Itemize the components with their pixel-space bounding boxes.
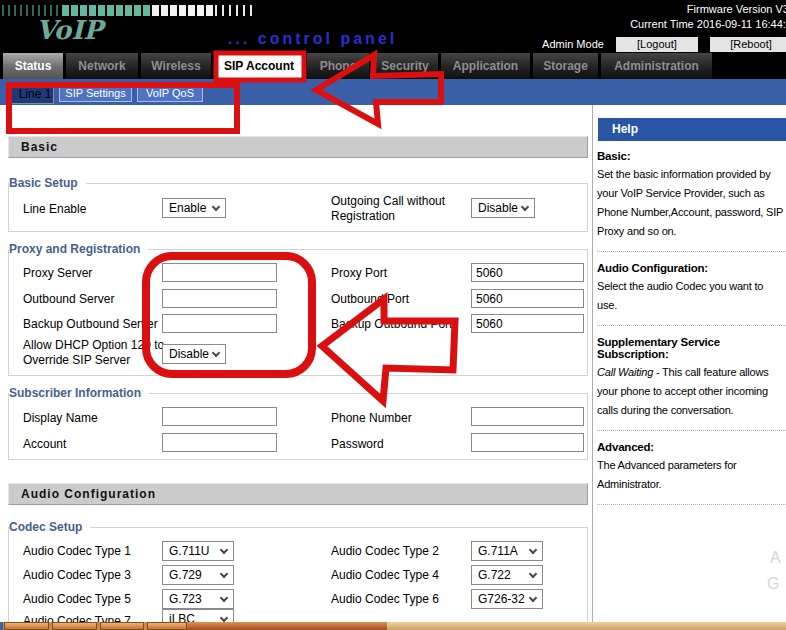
dropdown-arrow-icon xyxy=(212,349,220,357)
proxy-registration-legend: Proxy and Registration xyxy=(9,242,148,256)
subtab-voip-qos[interactable]: VoIP QoS xyxy=(137,84,203,102)
tab-sip-account[interactable]: SIP Account xyxy=(214,53,304,79)
subscriber-information-group: Subscriber Information Display Name Phon… xyxy=(8,393,588,460)
tab-administration[interactable]: Administration xyxy=(601,53,712,79)
backup-outbound-port-input[interactable] xyxy=(471,314,584,333)
taskbar-item[interactable] xyxy=(4,622,49,630)
help-title: Help xyxy=(598,118,786,141)
help-separator xyxy=(597,504,786,505)
outbound-server-label: Outbound Server xyxy=(23,292,114,307)
tab-storage[interactable]: Storage xyxy=(533,53,598,79)
codec3-select[interactable]: G.729 xyxy=(162,565,234,585)
codec2-label: Audio Codec Type 2 xyxy=(331,544,439,559)
taskbar-item[interactable] xyxy=(52,622,97,630)
taskbar-item[interactable] xyxy=(187,622,387,630)
password-label: Password xyxy=(331,437,384,452)
top-header: VoIP ... control panel Firmware Version … xyxy=(0,0,786,53)
help-advanced-heading: Advanced: xyxy=(597,441,786,453)
codec1-select[interactable]: G.711U xyxy=(162,541,234,561)
tab-wireless[interactable]: Wireless xyxy=(141,53,211,79)
help-audio-heading: Audio Configuration: xyxy=(597,262,786,274)
subtab-sip-settings[interactable]: SIP Settings xyxy=(59,84,132,102)
line-enable-label: Line Enable xyxy=(23,202,86,217)
dropdown-arrow-icon xyxy=(220,546,228,554)
tab-network[interactable]: Network xyxy=(66,53,138,79)
taskbar xyxy=(0,622,786,630)
backup-outbound-server-input[interactable] xyxy=(162,314,277,333)
taskbar-item[interactable] xyxy=(147,622,187,630)
section-basic: Basic xyxy=(8,136,588,158)
outbound-server-input[interactable] xyxy=(162,289,277,308)
tab-phone[interactable]: Phone xyxy=(307,53,369,79)
admin-mode-row: Admin Mode [Logout] [Reboot] xyxy=(542,37,786,52)
basic-setup-group: Basic Setup Line Enable Enable Outgoing … xyxy=(8,183,588,232)
help-panel: Basic: Set the basic information provide… xyxy=(597,150,786,515)
password-input[interactable] xyxy=(471,433,584,452)
dhcp-option-select[interactable]: Disable xyxy=(162,344,226,364)
help-audio-body: Select the audio Codec you want to use. xyxy=(597,277,786,315)
dhcp-option-label: Allow DHCP Option 120 to Override SIP Se… xyxy=(23,338,171,368)
outbound-port-input[interactable] xyxy=(471,289,584,308)
basic-setup-legend: Basic Setup xyxy=(9,176,86,190)
taskbar-item[interactable] xyxy=(100,622,144,630)
phone-number-input[interactable] xyxy=(471,407,584,426)
codec6-label: Audio Codec Type 6 xyxy=(331,592,439,607)
subscriber-information-legend: Subscriber Information xyxy=(9,386,149,400)
codec2-select[interactable]: G.711A xyxy=(471,541,543,561)
codec4-select[interactable]: G.722 xyxy=(471,565,543,585)
watermark-letter: A xyxy=(770,549,781,567)
codec-setup-legend: Codec Setup xyxy=(9,520,90,534)
phone-number-label: Phone Number xyxy=(331,411,412,426)
firmware-version: Firmware Version V3. xyxy=(542,2,786,17)
sub-nav: Line 1 SIP Settings VoIP QoS xyxy=(0,79,786,105)
dropdown-arrow-icon xyxy=(521,203,529,211)
help-separator xyxy=(597,430,786,431)
codec6-select[interactable]: G726-32 xyxy=(471,589,543,609)
proxy-server-input[interactable] xyxy=(162,263,277,282)
dropdown-arrow-icon xyxy=(529,594,537,602)
help-separator xyxy=(597,251,786,252)
dropdown-arrow-icon xyxy=(529,546,537,554)
control-panel-tagline: ... control panel xyxy=(228,30,397,48)
outgoing-call-label: Outgoing Call without Registration xyxy=(331,194,466,224)
help-divider xyxy=(592,105,593,630)
line-enable-select[interactable]: Enable xyxy=(162,198,226,218)
codec5-select[interactable]: G.723 xyxy=(162,589,234,609)
header-info: Firmware Version V3. Current Time 2016-0… xyxy=(542,2,786,52)
codec4-label: Audio Codec Type 4 xyxy=(331,568,439,583)
current-time: Current Time 2016-09-11 16:44:4 xyxy=(542,17,786,32)
watermark-letter: G xyxy=(767,575,779,593)
outbound-port-label: Outbound Port xyxy=(331,292,409,307)
help-supplementary-heading: Supplementary Service Subscription: xyxy=(597,336,786,360)
section-audio-configuration: Audio Configuration xyxy=(8,483,588,505)
account-input[interactable] xyxy=(162,433,277,452)
help-supplementary-body: Call Waiting - This call feature allows … xyxy=(597,363,786,420)
proxy-registration-group: Proxy and Registration Proxy Server Prox… xyxy=(8,249,588,376)
dropdown-arrow-icon xyxy=(212,203,220,211)
subtab-line1[interactable]: Line 1 xyxy=(10,84,54,104)
tab-status[interactable]: Status xyxy=(3,53,63,79)
help-advanced-body: The Advanced parameters for Administrato… xyxy=(597,456,786,494)
display-name-input[interactable] xyxy=(162,407,277,426)
backup-outbound-server-label: Backup Outbound Server xyxy=(23,317,158,332)
proxy-port-label: Proxy Port xyxy=(331,266,387,281)
voip-logo: VoIP xyxy=(36,15,103,45)
dropdown-arrow-icon xyxy=(529,570,537,578)
help-basic-heading: Basic: xyxy=(597,150,786,162)
dropdown-arrow-icon xyxy=(220,594,228,602)
dropdown-arrow-icon xyxy=(220,570,228,578)
tab-security[interactable]: Security xyxy=(372,53,438,79)
codec-setup-group: Codec Setup Audio Codec Type 1 G.711U Au… xyxy=(8,527,588,630)
help-basic-body: Set the basic information provided by yo… xyxy=(597,165,786,241)
display-name-label: Display Name xyxy=(23,411,98,426)
proxy-port-input[interactable] xyxy=(471,263,584,282)
help-separator xyxy=(597,325,786,326)
backup-outbound-port-label: Backup Outbound Port xyxy=(331,317,452,332)
codec3-label: Audio Codec Type 3 xyxy=(23,568,131,583)
proxy-server-label: Proxy Server xyxy=(23,266,92,281)
logout-button[interactable]: [Logout] xyxy=(616,37,698,52)
tab-application[interactable]: Application xyxy=(441,53,530,79)
outgoing-call-select[interactable]: Disable xyxy=(471,198,535,218)
account-label: Account xyxy=(23,437,66,452)
reboot-button[interactable]: [Reboot] xyxy=(710,37,786,52)
